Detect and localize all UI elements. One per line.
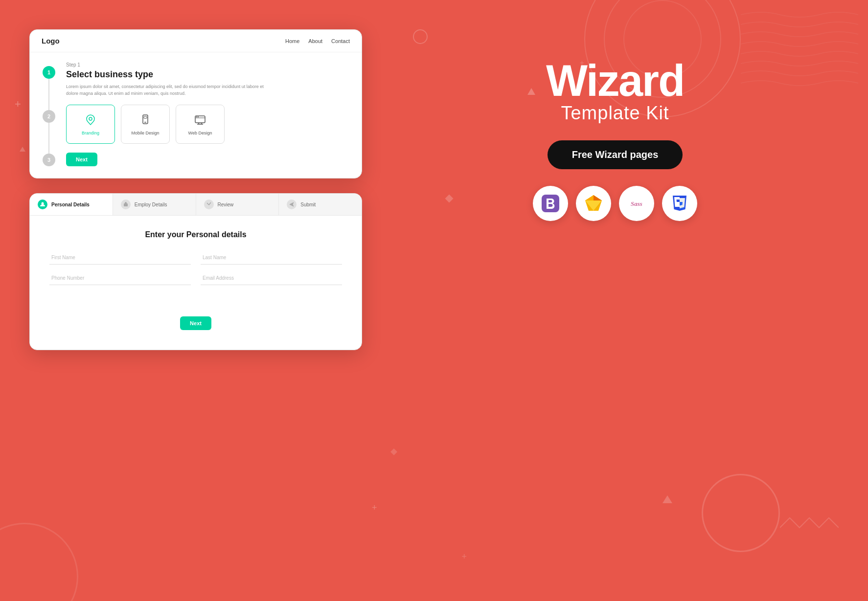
step-description: Lorem ipsum dolor sit amet, consectetur … (66, 84, 276, 97)
wizard-title: Wizard (546, 59, 684, 103)
left-column: Logo Home About Contact 1 2 3 (29, 20, 362, 350)
tab-review-label: Review (218, 202, 234, 207)
form-row-1 (49, 251, 342, 265)
card2-tabs: Personal Details Employ Details (30, 194, 362, 216)
tab-review-icon (204, 200, 214, 209)
bootstrap-icon (542, 195, 559, 212)
email-input[interactable] (201, 271, 342, 285)
card2-mockup: Personal Details Employ Details (29, 193, 362, 350)
option-web[interactable]: Web Design (176, 105, 225, 144)
nav-contact[interactable]: Contact (331, 38, 350, 44)
option-branding[interactable]: Branding (66, 105, 115, 144)
card1-mockup: Logo Home About Contact 1 2 3 (29, 29, 362, 178)
first-name-input[interactable] (49, 251, 191, 265)
svg-point-11 (42, 202, 44, 205)
option-mobile[interactable]: Mobile Design (121, 105, 170, 144)
last-name-input[interactable] (201, 251, 342, 265)
user-icon (40, 201, 46, 207)
branding-icon (84, 113, 97, 127)
svg-point-0 (89, 117, 92, 120)
nav-home[interactable]: Home (285, 38, 299, 44)
tech-logos: Sass (533, 186, 697, 221)
right-column: Wizard Template Kit Free Wizard pages (391, 20, 839, 221)
main-container: Logo Home About Contact 1 2 3 (0, 0, 868, 601)
mobile-icon (138, 113, 152, 127)
tab-submit[interactable]: Submit (279, 194, 362, 215)
svg-marker-22 (674, 197, 680, 207)
tab-submit-icon (287, 200, 297, 209)
tab-personal-label: Personal Details (51, 202, 90, 207)
card2-footer: Next (49, 307, 342, 335)
briefcase-icon (123, 201, 129, 207)
mobile-label: Mobile Design (131, 131, 159, 135)
css3-logo (662, 186, 697, 221)
sass-logo: Sass (619, 186, 654, 221)
css3-icon (671, 195, 688, 212)
card1-body: 1 2 3 Step 1 Select business type Lorem … (30, 52, 362, 178)
card1-logo: Logo (42, 37, 60, 45)
sketch-logo (576, 186, 611, 221)
tab-personal-icon (38, 200, 47, 209)
phone-input[interactable] (49, 271, 191, 285)
svg-text:Sass: Sass (631, 200, 642, 207)
branding-label: Branding (82, 131, 99, 135)
step-line-2-3 (48, 123, 49, 154)
bootstrap-logo (533, 186, 568, 221)
card1-content: Step 1 Select business type Lorem ipsum … (66, 62, 350, 166)
card2-next-button[interactable]: Next (180, 316, 211, 330)
form-spacer (49, 292, 342, 307)
step-2-circle: 2 (43, 110, 55, 123)
svg-rect-12 (124, 203, 128, 206)
tab-employ-details[interactable]: Employ Details (113, 194, 196, 215)
web-icon (193, 113, 207, 127)
card1-nav: Home About Contact (285, 38, 350, 44)
tab-review[interactable]: Review (196, 194, 279, 215)
tab-employ-icon (121, 200, 131, 209)
card1-header: Logo Home About Contact (30, 30, 362, 52)
wizard-branding: Wizard Template Kit (546, 59, 684, 124)
svg-point-10 (198, 116, 199, 117)
free-pages-button[interactable]: Free Wizard pages (548, 140, 683, 169)
tab-personal-details[interactable]: Personal Details (30, 194, 113, 215)
form-row-2 (49, 271, 342, 285)
review-icon (206, 201, 212, 207)
card2-form-body: Enter your Personal details Next (30, 216, 362, 350)
business-options: Branding Mobile Design (66, 105, 350, 144)
nav-about[interactable]: About (308, 38, 322, 44)
template-kit-label: Template Kit (546, 103, 684, 124)
submit-icon (289, 201, 295, 207)
step-title: Select business type (66, 69, 350, 80)
tab-employ-label: Employ Details (135, 202, 167, 207)
svg-point-9 (196, 116, 197, 117)
step-1-circle: 1 (43, 66, 55, 79)
tab-submit-label: Submit (300, 202, 316, 207)
step-line-1-2 (48, 79, 49, 110)
step-3-circle: 3 (43, 154, 55, 166)
sketch-icon (583, 193, 604, 214)
card1-next-button[interactable]: Next (66, 153, 97, 166)
step-label: Step 1 (66, 62, 350, 67)
sass-icon: Sass (626, 193, 647, 214)
svg-rect-3 (144, 116, 147, 118)
web-label: Web Design (188, 131, 212, 135)
card1-stepper: 1 2 3 (42, 62, 56, 166)
form-title: Enter your Personal details (49, 230, 342, 239)
